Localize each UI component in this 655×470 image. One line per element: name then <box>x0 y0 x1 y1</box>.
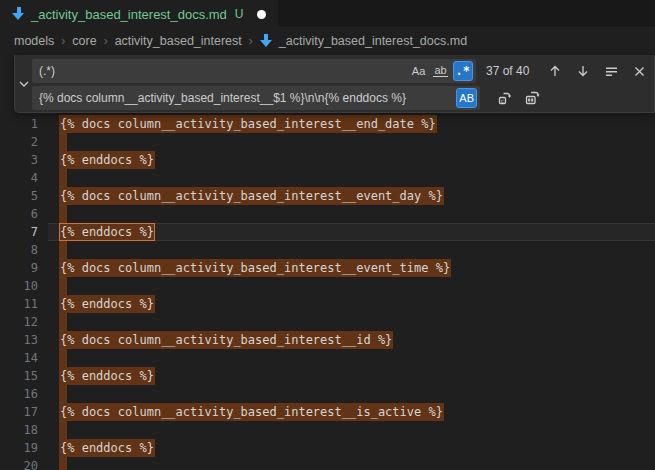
editor-line[interactable]: 15{% enddocs %} <box>0 367 655 385</box>
line-number[interactable]: 4 <box>0 169 38 187</box>
line-number[interactable]: 18 <box>0 421 38 439</box>
whole-word-button[interactable]: ab <box>431 61 451 81</box>
regex-button[interactable]: .* <box>453 61 473 81</box>
editor-line[interactable]: 2 <box>0 133 655 151</box>
line-number[interactable]: 12 <box>0 313 38 331</box>
find-match-highlight <box>59 169 67 187</box>
line-content[interactable]: {% enddocs %} <box>38 367 155 385</box>
arrow-down-icon <box>577 65 589 77</box>
unsaved-changes-dot[interactable] <box>257 10 266 19</box>
line-content[interactable] <box>38 169 67 187</box>
replace-input[interactable] <box>35 87 456 109</box>
replace-button[interactable]: c <box>494 87 516 109</box>
editor-line[interactable]: 12 <box>0 313 655 331</box>
breadcrumb-item-activity-based-interest[interactable]: activity_based_interest <box>115 34 242 48</box>
preserve-case-button[interactable]: AB <box>456 88 477 108</box>
line-content[interactable]: {% docs column__activity_based_interest_… <box>38 331 393 349</box>
editor-line[interactable]: 9{% docs column__activity_based_interest… <box>0 259 655 277</box>
replace-all-icon <box>525 91 541 105</box>
line-content[interactable] <box>38 457 67 470</box>
line-content[interactable]: {% docs column__activity_based_interest_… <box>38 115 437 133</box>
line-number[interactable]: 16 <box>0 385 38 403</box>
replace-all-button[interactable] <box>522 87 544 109</box>
breadcrumb-item-models[interactable]: models <box>14 34 54 48</box>
editor-line[interactable]: 17{% docs column__activity_based_interes… <box>0 403 655 421</box>
find-match-highlight <box>59 241 67 259</box>
line-number[interactable]: 3 <box>0 151 38 169</box>
replace-input-box: AB <box>32 86 480 110</box>
line-content[interactable]: {% enddocs %} <box>38 223 155 241</box>
line-number[interactable]: 10 <box>0 277 38 295</box>
line-number[interactable]: 8 <box>0 241 38 259</box>
line-number[interactable]: 15 <box>0 367 38 385</box>
editor-line[interactable]: 7{% enddocs %} <box>0 223 655 241</box>
line-content[interactable]: {% enddocs %} <box>38 439 155 457</box>
line-content[interactable]: {% enddocs %} <box>38 151 155 169</box>
find-match-highlight: {% enddocs %} <box>59 439 155 457</box>
line-number[interactable]: 7 <box>0 223 38 241</box>
find-match-highlight: {% docs column__activity_based_interest_… <box>59 331 393 349</box>
vscode-window: _activity_based_interest_docs.md U model… <box>0 0 655 470</box>
editor-line[interactable]: 3{% enddocs %} <box>0 151 655 169</box>
editor-line[interactable]: 5{% docs column__activity_based_interest… <box>0 187 655 205</box>
line-content[interactable] <box>38 277 67 295</box>
find-in-selection-button[interactable] <box>600 60 622 82</box>
editor-line[interactable]: 11{% enddocs %} <box>0 295 655 313</box>
find-input[interactable] <box>35 60 409 82</box>
line-content[interactable]: {% docs column__activity_based_interest_… <box>38 187 444 205</box>
editor-line[interactable]: 19{% enddocs %} <box>0 439 655 457</box>
editor-line[interactable]: 8 <box>0 241 655 259</box>
editor-line[interactable]: 18 <box>0 421 655 439</box>
line-number[interactable]: 19 <box>0 439 38 457</box>
line-number[interactable]: 20 <box>0 457 38 470</box>
editor-line[interactable]: 1{% docs column__activity_based_interest… <box>0 115 655 133</box>
tab-activity-docs[interactable]: _activity_based_interest_docs.md U <box>0 0 278 28</box>
breadcrumb-item-file[interactable]: _activity_based_interest_docs.md <box>279 34 467 48</box>
svg-text:c: c <box>500 97 504 104</box>
editor-pane[interactable]: 1{% docs column__activity_based_interest… <box>0 54 655 470</box>
line-number[interactable]: 9 <box>0 259 38 277</box>
line-number[interactable]: 1 <box>0 115 38 133</box>
line-content[interactable] <box>38 313 67 331</box>
line-content[interactable]: {% enddocs %} <box>38 295 155 313</box>
editor-line[interactable]: 13{% docs column__activity_based_interes… <box>0 331 655 349</box>
tab-title: _activity_based_interest_docs.md <box>31 7 227 22</box>
chevron-down-icon <box>19 81 29 87</box>
next-match-button[interactable] <box>572 60 594 82</box>
line-content[interactable] <box>38 385 67 403</box>
line-number[interactable]: 6 <box>0 205 38 223</box>
toggle-replace-button[interactable] <box>15 55 32 113</box>
editor-line[interactable]: 10 <box>0 277 655 295</box>
find-match-highlight: {% docs column__activity_based_interest_… <box>59 259 451 277</box>
line-number[interactable]: 14 <box>0 349 38 367</box>
arrow-up-icon <box>549 65 561 77</box>
line-content[interactable] <box>38 349 67 367</box>
line-content[interactable] <box>38 241 67 259</box>
editor-line[interactable]: 16 <box>0 385 655 403</box>
find-match-highlight: {% enddocs %} <box>59 295 155 313</box>
editor-line[interactable]: 14 <box>0 349 655 367</box>
line-content[interactable]: {% docs column__activity_based_interest_… <box>38 403 444 421</box>
line-number[interactable]: 5 <box>0 187 38 205</box>
line-number[interactable]: 11 <box>0 295 38 313</box>
line-number[interactable]: 2 <box>0 133 38 151</box>
line-content[interactable] <box>38 421 67 439</box>
line-number[interactable]: 13 <box>0 331 38 349</box>
line-content[interactable]: {% docs column__activity_based_interest_… <box>38 259 451 277</box>
find-match-highlight <box>59 205 67 223</box>
editor-line[interactable]: 4 <box>0 169 655 187</box>
find-match-highlight <box>59 385 67 403</box>
match-case-button[interactable]: Aa <box>409 61 429 81</box>
find-match-highlight <box>59 457 67 470</box>
close-find-button[interactable] <box>628 60 650 82</box>
line-content[interactable] <box>38 133 67 151</box>
breadcrumb-item-core[interactable]: core <box>72 34 96 48</box>
find-match-highlight <box>59 349 67 367</box>
chevron-right-icon: › <box>60 34 66 48</box>
editor-line[interactable]: 6 <box>0 205 655 223</box>
line-content[interactable] <box>38 205 67 223</box>
line-number[interactable]: 17 <box>0 403 38 421</box>
editor-lines: 1{% docs column__activity_based_interest… <box>0 115 655 470</box>
editor-line[interactable]: 20 <box>0 457 655 470</box>
previous-match-button[interactable] <box>544 60 566 82</box>
